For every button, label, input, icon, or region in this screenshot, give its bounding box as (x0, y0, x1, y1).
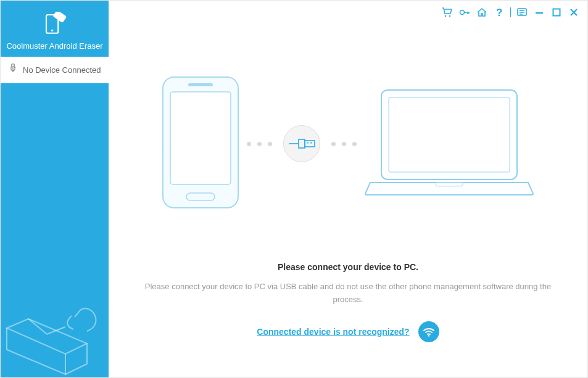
main-area: ? (109, 1, 587, 377)
device-status-text: No Device Connected (23, 65, 101, 75)
svg-point-1 (51, 30, 53, 31)
device-status-row: No Device Connected (1, 57, 109, 83)
svg-point-6 (445, 15, 447, 17)
help-link[interactable]: Connected device is not recognized? (257, 327, 409, 337)
feedback-button[interactable] (515, 5, 529, 20)
svg-rect-5 (14, 67, 15, 68)
dots-left (247, 142, 272, 146)
window-controls: ? (440, 4, 581, 20)
laptop-icon (363, 84, 536, 203)
minimize-button[interactable] (532, 5, 547, 20)
usb-icon (8, 64, 18, 76)
sidebar: Coolmuster Android Eraser No Device Conn… (1, 1, 109, 377)
sub-message: Please connect your device to PC via USB… (109, 281, 587, 306)
svg-point-8 (460, 10, 465, 15)
svg-rect-12 (553, 9, 560, 16)
svg-rect-18 (299, 139, 305, 148)
app-title: Coolmuster Android Eraser (1, 41, 109, 51)
content-area: Please connect your device to PC. Please… (109, 1, 587, 342)
help-button[interactable]: ? (492, 5, 507, 20)
svg-point-3 (12, 64, 15, 67)
maximize-button[interactable] (549, 5, 564, 20)
svg-point-7 (449, 15, 451, 17)
main-message: Please connect your device to PC. (109, 262, 587, 272)
phone-icon (160, 75, 241, 213)
svg-rect-23 (389, 97, 510, 172)
svg-point-25 (428, 335, 429, 337)
svg-rect-15 (188, 83, 213, 86)
svg-point-4 (10, 67, 12, 68)
key-button[interactable] (457, 5, 472, 20)
help-row: Connected device is not recognized? (109, 321, 587, 342)
wifi-button[interactable] (418, 321, 439, 342)
svg-text:?: ? (496, 7, 502, 18)
cart-button[interactable] (440, 5, 455, 20)
connection-illustration (109, 75, 587, 213)
svg-rect-17 (305, 141, 315, 147)
app-logo-icon (1, 12, 109, 38)
message-area: Please connect your device to PC. Please… (109, 262, 587, 342)
svg-rect-21 (310, 142, 312, 144)
brand-block: Coolmuster Android Eraser (1, 1, 109, 57)
close-button[interactable] (566, 5, 581, 20)
sidebar-decor-icon (1, 291, 109, 377)
separator (510, 7, 511, 17)
svg-rect-2 (52, 12, 67, 23)
svg-rect-20 (307, 142, 308, 144)
svg-rect-14 (170, 92, 231, 184)
dots-right (331, 142, 357, 146)
home-button[interactable] (474, 5, 489, 20)
usb-plug-icon (283, 125, 320, 162)
